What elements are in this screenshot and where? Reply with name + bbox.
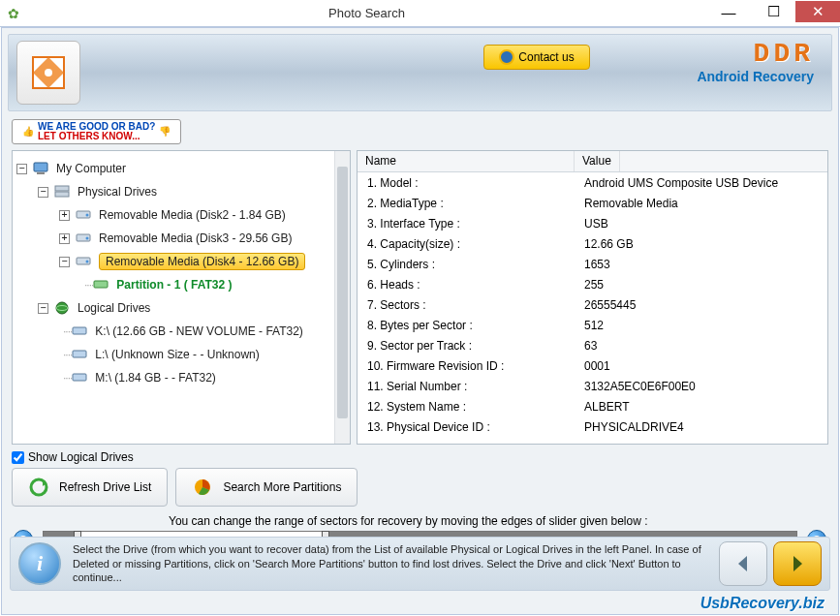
- property-row[interactable]: 7. Sectors :26555445: [358, 294, 827, 315]
- svg-rect-4: [55, 186, 69, 191]
- search-more-partitions-button[interactable]: Search More Partitions: [175, 468, 358, 507]
- tree-drive-k[interactable]: ···· K:\ (12.66 GB - NEW VOLUME - FAT32): [16, 320, 346, 343]
- property-row[interactable]: 13. Physical Device ID :PHYSICALDRIVE4: [358, 416, 827, 437]
- contact-label: Contact us: [518, 50, 574, 64]
- minimize-button[interactable]: —: [706, 1, 751, 22]
- next-button[interactable]: [773, 541, 822, 586]
- tree-label: K:\ (12.66 GB - NEW VOLUME - FAT32): [95, 324, 303, 338]
- drive-icon: [76, 207, 95, 223]
- contact-icon: [499, 49, 514, 65]
- tree-root-label: My Computer: [56, 162, 126, 175]
- svg-rect-5: [55, 192, 69, 197]
- prop-name: 9. Sector per Track :: [358, 339, 582, 353]
- prop-name: 3. Interface Type :: [358, 217, 582, 231]
- tree-root[interactable]: − My Computer: [16, 157, 346, 180]
- prop-name: 10. Firmware Revision ID :: [358, 359, 582, 373]
- prop-value: PHYSICALDRIVE4: [582, 420, 684, 434]
- prop-value: Removable Media: [582, 197, 678, 210]
- property-row[interactable]: 9. Sector per Track :63: [358, 335, 827, 355]
- tree-disk2[interactable]: + Removable Media (Disk2 - 1.84 GB): [16, 203, 346, 227]
- app-icon: ✿: [0, 0, 27, 27]
- property-row[interactable]: 1. Model :Android UMS Composite USB Devi…: [358, 172, 827, 193]
- tree-label: Removable Media (Disk2 - 1.84 GB): [99, 208, 286, 222]
- collapse-icon[interactable]: −: [59, 257, 70, 267]
- prop-value: 1653: [582, 258, 610, 271]
- prop-value: USB: [582, 217, 608, 231]
- tree-disk4-selected[interactable]: − Removable Media (Disk4 - 12.66 GB): [16, 250, 346, 273]
- contact-us-button[interactable]: Contact us: [483, 45, 590, 70]
- partition-icon: [93, 277, 112, 293]
- title-bar: ✿ Photo Search — ☐ ✕: [0, 0, 840, 27]
- prop-value: ALBERT: [582, 400, 629, 414]
- property-row[interactable]: 6. Heads :255: [358, 274, 827, 294]
- prop-value: Android UMS Composite USB Device: [582, 176, 778, 190]
- tree-partition1[interactable]: ···· Partition - 1 ( FAT32 ): [16, 273, 346, 296]
- expand-icon[interactable]: +: [59, 233, 70, 244]
- tree-scrollbar[interactable]: [334, 151, 350, 444]
- footer-bar: i Select the Drive (from which you want …: [10, 537, 830, 591]
- tree-logical[interactable]: − Logical Drives: [16, 296, 346, 320]
- tree-drive-l[interactable]: ···· L:\ (Unknown Size - - Unknown): [16, 343, 346, 366]
- col-name[interactable]: Name: [358, 151, 575, 171]
- tree-label: Physical Drives: [78, 185, 157, 199]
- slider-hint: You can change the range of sectors for …: [14, 514, 826, 528]
- collapse-icon[interactable]: −: [38, 303, 48, 314]
- svg-point-9: [86, 237, 89, 240]
- tree-disk3[interactable]: + Removable Media (Disk3 - 29.56 GB): [16, 227, 346, 250]
- tree-label: M:\ (1.84 GB - - FAT32): [95, 371, 215, 385]
- brand-title: DDR: [697, 39, 814, 69]
- badge-line2: LET OTHERS KNOW...: [38, 131, 140, 141]
- refresh-label: Refresh Drive List: [59, 480, 151, 494]
- prop-value: 0001: [582, 359, 610, 373]
- col-value[interactable]: Value: [575, 151, 620, 171]
- prop-name: 12. System Name :: [358, 400, 582, 414]
- back-button[interactable]: [719, 541, 767, 586]
- svg-rect-2: [34, 163, 47, 171]
- tree-physical[interactable]: − Physical Drives: [16, 180, 346, 203]
- tree-connector: ····: [63, 324, 72, 338]
- prop-value: 63: [582, 339, 597, 353]
- prop-name: 6. Heads :: [358, 278, 582, 292]
- feedback-badge[interactable]: 👍 WE ARE GOOD OR BAD? LET OTHERS KNOW...…: [12, 119, 181, 144]
- brand: DDR Android Recovery: [697, 39, 814, 84]
- drive-icon: [76, 231, 95, 246]
- collapse-icon[interactable]: −: [38, 187, 48, 198]
- tree-label-selected: Removable Media (Disk4 - 12.66 GB): [99, 253, 305, 270]
- drive-tree-pane: − My Computer − Physical Drives + Remova…: [12, 150, 351, 445]
- property-row[interactable]: 2. MediaType :Removable Media: [358, 193, 827, 213]
- tree-connector: ····: [63, 371, 72, 385]
- collapse-icon[interactable]: −: [16, 164, 27, 174]
- prop-value: 255: [582, 278, 604, 292]
- svg-rect-17: [73, 374, 86, 381]
- svg-rect-3: [37, 172, 45, 174]
- header-banner: Contact us DDR Android Recovery: [8, 34, 832, 111]
- property-row[interactable]: 5. Cylinders :1653: [358, 254, 827, 274]
- refresh-drive-list-button[interactable]: Refresh Drive List: [12, 468, 168, 507]
- property-row[interactable]: 10. Firmware Revision ID :0001: [358, 355, 827, 376]
- search-more-label: Search More Partitions: [223, 480, 341, 494]
- property-row[interactable]: 8. Bytes per Sector :512: [358, 315, 827, 335]
- maximize-button[interactable]: ☐: [751, 1, 795, 22]
- footer-url: UsbRecovery.biz: [700, 595, 824, 612]
- property-row[interactable]: 11. Serial Number :3132A5EC0E6F00E0: [358, 376, 827, 396]
- prop-name: 4. Capacity(size) :: [358, 237, 582, 251]
- property-row[interactable]: 12. System Name :ALBERT: [358, 396, 827, 416]
- property-row[interactable]: 4. Capacity(size) :12.66 GB: [358, 233, 827, 254]
- tree-drive-m[interactable]: ···· M:\ (1.84 GB - - FAT32): [16, 366, 346, 389]
- close-button[interactable]: ✕: [795, 1, 840, 22]
- expand-icon[interactable]: +: [59, 210, 70, 221]
- drive-icon: [76, 254, 95, 269]
- info-icon: i: [18, 542, 61, 585]
- prop-value: 12.66 GB: [582, 237, 634, 251]
- svg-point-1: [45, 69, 52, 77]
- show-logical-checkbox[interactable]: [12, 451, 24, 464]
- tree-label: Logical Drives: [78, 301, 150, 315]
- globe-drive-icon: [54, 300, 74, 316]
- svg-point-7: [86, 214, 89, 217]
- tree-label: Removable Media (Disk3 - 29.56 GB): [99, 231, 292, 245]
- property-row[interactable]: 3. Interface Type :USB: [358, 213, 827, 233]
- svg-rect-15: [73, 327, 86, 334]
- prop-name: 5. Cylinders :: [358, 258, 582, 271]
- prop-value: 3132A5EC0E6F00E0: [582, 380, 696, 393]
- volume-icon: [72, 370, 91, 385]
